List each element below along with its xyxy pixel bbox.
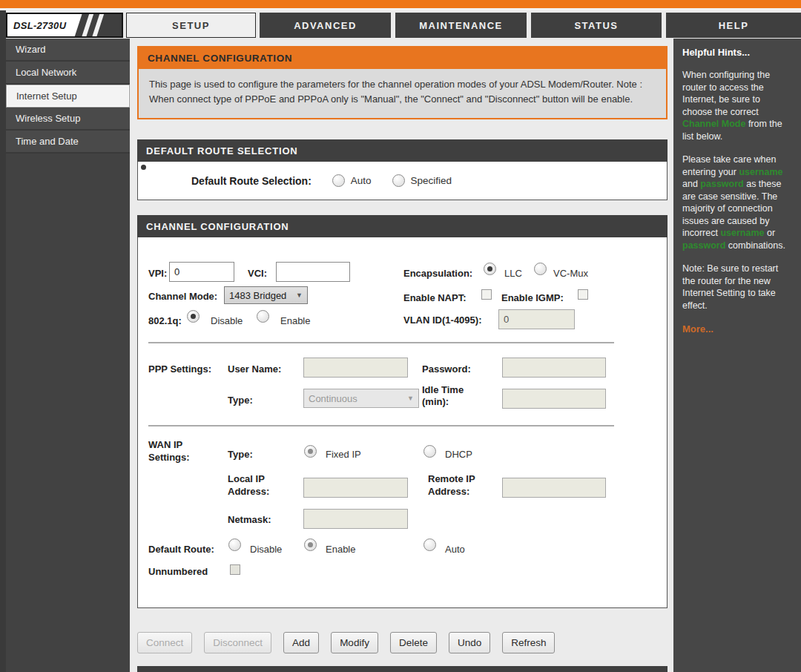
- channel-config-section-title: CHANNEL CONFIGURATION: [137, 215, 668, 237]
- channel-mode-label: Channel Mode:: [148, 291, 217, 302]
- sidebar-item-local-network[interactable]: Local Network: [6, 62, 130, 85]
- tab-help[interactable]: HELP: [666, 13, 801, 38]
- ppp-idle-time-label: Idle Time (min):: [422, 384, 483, 409]
- vpi-label: VPI:: [148, 268, 167, 279]
- sidebar-item-time-and-date[interactable]: Time and Date: [6, 131, 130, 154]
- username-link[interactable]: username: [739, 167, 782, 177]
- tab-status[interactable]: STATUS: [531, 13, 662, 38]
- ppp-password-input: [502, 358, 606, 378]
- vci-input[interactable]: [276, 262, 350, 282]
- device-model-label: DSL-2730U: [13, 20, 66, 31]
- enable-napt-label: Enable NAPT:: [403, 292, 467, 303]
- wan-netmask-input: [303, 509, 408, 529]
- channel-mode-select[interactable]: 1483 Bridged ▼: [224, 286, 308, 304]
- encap-vcmux-radio[interactable]: [534, 263, 547, 275]
- action-button-row: Connect Disconnect Add Modify Delete Und…: [137, 632, 555, 653]
- ppp-username-input: [303, 358, 408, 378]
- username-link[interactable]: username: [720, 228, 764, 238]
- hints-paragraph-3: Note: Be sure to restart the router for …: [682, 263, 792, 312]
- unnumbered-label: Unnumbered: [148, 566, 208, 577]
- password-link[interactable]: password: [682, 240, 725, 251]
- channel-mode-value: 1483 Bridged: [229, 290, 286, 301]
- left-edge-strip: [0, 10, 6, 672]
- enable-igmp-checkbox[interactable]: [578, 289, 588, 300]
- default-route-section-title: DEFAULT ROUTE SELECTION: [137, 139, 668, 162]
- wan-route-disable-radio: [228, 538, 241, 551]
- refresh-button[interactable]: Refresh: [502, 632, 555, 653]
- ppp-type-label: Type:: [228, 395, 253, 406]
- wan-netmask-label: Netmask:: [228, 514, 271, 525]
- divider: [148, 342, 614, 343]
- encap-llc-label: LLC: [504, 268, 522, 279]
- sidebar-item-wizard[interactable]: Wizard: [6, 39, 130, 62]
- tab-setup[interactable]: SETUP: [126, 13, 256, 38]
- top-orange-bar: [0, 0, 801, 10]
- tab-advanced[interactable]: ADVANCED: [260, 13, 391, 38]
- vlan-id-label: VLAN ID(1-4095):: [403, 314, 481, 326]
- enable-napt-checkbox[interactable]: [481, 289, 492, 300]
- wan-ip-settings-label: WAN IP Settings:: [148, 439, 206, 464]
- dot1q-enable-label: Enable: [280, 315, 310, 326]
- channel-mode-link[interactable]: Channel Mode: [682, 119, 745, 129]
- encap-llc-radio[interactable]: [484, 263, 496, 275]
- ppp-settings-label: PPP Settings:: [148, 363, 211, 375]
- route-auto-label: Auto: [351, 175, 372, 186]
- disconnect-button: Disconnect: [204, 632, 271, 653]
- wan-local-ip-input: [303, 478, 408, 498]
- dot1q-disable-label: Disable: [211, 315, 243, 326]
- intro-section-title: CHANNEL CONFIGURATION: [139, 47, 666, 69]
- channel-config-section-body: VPI: VCI: Encapsulation: LLC VC-Mux Chan…: [137, 237, 668, 608]
- undo-button[interactable]: Undo: [449, 632, 490, 653]
- ppp-password-label: Password:: [422, 363, 471, 375]
- sidebar-nav: Wizard Local Network Internet Setup Wire…: [6, 39, 130, 672]
- wan-dhcp-radio: [423, 445, 436, 458]
- delete-button[interactable]: Delete: [390, 632, 437, 653]
- route-auto-radio[interactable]: [332, 174, 345, 187]
- hints-paragraph-1: When configuring the router to access th…: [682, 69, 792, 142]
- unnumbered-checkbox: [230, 564, 240, 575]
- encapsulation-label: Encapsulation:: [403, 268, 472, 279]
- dot1q-disable-radio[interactable]: [187, 310, 200, 323]
- sidebar-item-internet-setup[interactable]: Internet Setup: [6, 85, 130, 108]
- tab-maintenance[interactable]: MAINTENANCE: [395, 13, 527, 38]
- next-section-header-partial: [137, 666, 668, 672]
- wan-default-route-label: Default Route:: [148, 544, 214, 555]
- router-admin-page: DSL-2730U SETUP ADVANCED MAINTENANCE STA…: [0, 0, 801, 672]
- hint-text: combinations.: [725, 240, 785, 251]
- chevron-down-icon: ▼: [296, 291, 303, 299]
- wan-remote-ip-label: Remote IP Address:: [428, 473, 487, 498]
- device-logo: DSL-2730U: [6, 13, 123, 38]
- ppp-type-value: Continuous: [309, 393, 357, 404]
- chevron-down-icon: ▼: [407, 395, 414, 402]
- default-route-selection-label: Default Route Selection:: [191, 175, 312, 187]
- route-specified-radio[interactable]: [392, 174, 405, 187]
- dot1q-enable-radio[interactable]: [257, 310, 269, 323]
- helpful-hints-panel: Helpful Hints... When configuring the ro…: [673, 39, 801, 672]
- password-link[interactable]: password: [700, 179, 743, 189]
- ppp-idle-time-input: [502, 389, 606, 409]
- sidebar-item-wireless-setup[interactable]: Wireless Setup: [6, 108, 130, 131]
- encap-vcmux-label: VC-Mux: [553, 268, 588, 279]
- wan-fixed-ip-radio: [304, 445, 317, 458]
- wan-route-enable-radio: [304, 538, 317, 551]
- route-specified-label: Specified: [411, 175, 452, 186]
- wan-dhcp-label: DHCP: [445, 449, 472, 460]
- add-button[interactable]: Add: [283, 632, 319, 653]
- hint-text: When configuring the router to access th…: [682, 70, 770, 117]
- vci-label: VCI:: [248, 268, 267, 279]
- wan-route-enable-label: Enable: [326, 544, 355, 555]
- wan-route-auto-label: Auto: [445, 544, 465, 555]
- enable-igmp-label: Enable IGMP:: [501, 292, 564, 303]
- modify-button[interactable]: Modify: [331, 632, 378, 653]
- hints-paragraph-2: Please take care when entering your user…: [682, 154, 792, 251]
- dot1q-label: 802.1q:: [148, 315, 182, 326]
- vpi-input[interactable]: [169, 262, 234, 282]
- wan-route-auto-radio: [423, 538, 436, 551]
- more-link[interactable]: More...: [682, 323, 792, 335]
- intro-section: CHANNEL CONFIGURATION This page is used …: [137, 46, 668, 119]
- connect-button: Connect: [137, 632, 192, 653]
- divider: [148, 425, 614, 426]
- hints-title: Helpful Hints...: [682, 46, 792, 59]
- intro-description: This page is used to configure the param…: [139, 69, 666, 118]
- wan-route-disable-label: Disable: [250, 544, 282, 555]
